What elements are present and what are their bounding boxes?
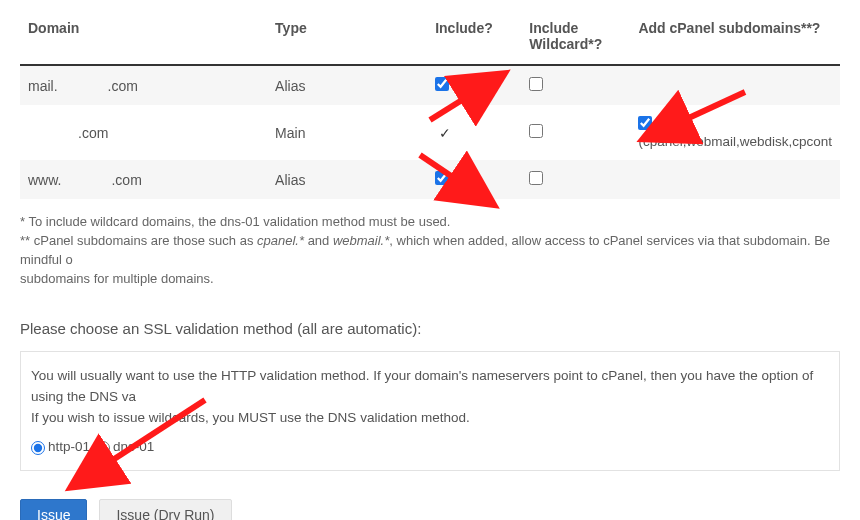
type-cell: Main: [267, 105, 427, 160]
domain-cell: www..com: [20, 160, 267, 199]
include-checkbox[interactable]: [435, 171, 449, 185]
wildcard-checkbox[interactable]: [529, 77, 543, 91]
col-type: Type: [267, 10, 427, 65]
domain-prefix: mail.: [28, 78, 58, 94]
type-cell: Alias: [267, 160, 427, 199]
footnote-line3: subdomains for multiple domains.: [20, 270, 840, 289]
include-cell: [427, 65, 521, 105]
table-row: mail..comAlias: [20, 65, 840, 105]
issue-button[interactable]: Issue: [20, 499, 87, 520]
wildcard-cell: [521, 160, 630, 199]
footnote-webmail: webmail.*: [333, 233, 389, 248]
col-include: Include?: [427, 10, 521, 65]
radio-http-label: http-01: [48, 437, 90, 458]
col-wildcard: Include Wildcard*?: [521, 10, 630, 65]
col-subdomains: Add cPanel subdomains**?: [630, 10, 840, 65]
subdomains-cell: [630, 160, 840, 199]
include-checkbox[interactable]: [435, 77, 449, 91]
table-row: www..comAlias: [20, 160, 840, 199]
domain-prefix: www.: [28, 172, 61, 188]
radio-dns[interactable]: [96, 441, 110, 455]
footnote-line2c: and: [304, 233, 333, 248]
table-row: .comMain✓(cpanel,webmail,webdisk,cpcont: [20, 105, 840, 160]
include-fixed-check-icon: ✓: [439, 125, 451, 141]
wildcard-checkbox[interactable]: [529, 171, 543, 185]
validation-info-box: You will usually want to use the HTTP va…: [20, 351, 840, 471]
issue-dryrun-button[interactable]: Issue (Dry Run): [99, 499, 231, 520]
subdomains-cell: [630, 65, 840, 105]
domain-suffix: .com: [111, 172, 141, 188]
subdomains-checkbox[interactable]: [638, 116, 652, 130]
radio-http[interactable]: [31, 441, 45, 455]
section-title: Please choose an SSL validation method (…: [20, 320, 840, 337]
wildcard-checkbox[interactable]: [529, 124, 543, 138]
include-cell: ✓: [427, 105, 521, 160]
domain-suffix: .com: [108, 78, 138, 94]
info-line2: If you wish to issue wildcards, you MUST…: [31, 408, 829, 429]
footnote-line2a: ** cPanel subdomains are those such as: [20, 233, 257, 248]
domain-suffix: .com: [78, 125, 108, 141]
footnote-cpanel: cpanel.*: [257, 233, 304, 248]
radio-dns-wrap[interactable]: dns-01: [96, 437, 154, 458]
radio-dns-label: dns-01: [113, 437, 154, 458]
footnotes: * To include wildcard domains, the dns-0…: [20, 199, 840, 302]
include-cell: [427, 160, 521, 199]
subdomains-cell: (cpanel,webmail,webdisk,cpcont: [630, 105, 840, 160]
info-line1: You will usually want to use the HTTP va…: [31, 366, 829, 408]
domain-cell: mail..com: [20, 65, 267, 105]
domains-table: Domain Type Include? Include Wildcard*? …: [20, 10, 840, 199]
wildcard-cell: [521, 65, 630, 105]
col-domain: Domain: [20, 10, 267, 65]
type-cell: Alias: [267, 65, 427, 105]
radio-http-wrap[interactable]: http-01: [31, 437, 90, 458]
subdomains-label: (cpanel,webmail,webdisk,cpcont: [638, 134, 832, 149]
footnote-line1: * To include wildcard domains, the dns-0…: [20, 213, 840, 232]
wildcard-cell: [521, 105, 630, 160]
domain-cell: .com: [20, 105, 267, 160]
